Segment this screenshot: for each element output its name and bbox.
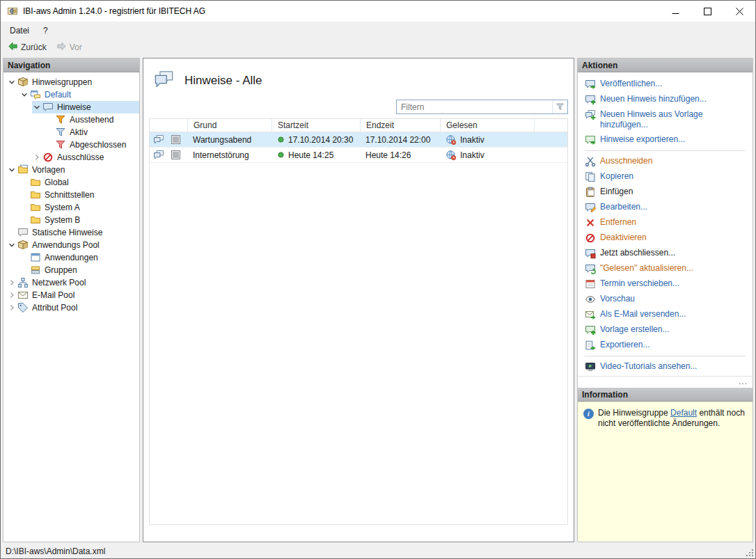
nav-item-ausstehend[interactable]: Ausstehend (45, 113, 139, 126)
status-dot-icon (277, 136, 285, 143)
nav-item-aktiv[interactable]: Aktiv (45, 126, 139, 139)
nav-tree: HinweisgruppenDefaultHinweiseAusstehendA… (3, 72, 139, 542)
right-panel: Aktionen Veröffentlichen...Neuen Hinweis… (577, 58, 753, 542)
hint-item-icon (150, 134, 168, 145)
filter-red-icon (54, 139, 67, 150)
information-header: Information (578, 388, 753, 402)
table-row[interactable]: Wartungsabend17.10.2014 20:3017.10.2014 … (150, 132, 567, 148)
nav-item-label: Netzwerk Pool (29, 278, 88, 288)
nav-item-label: Statische Hinweise (29, 228, 105, 237)
nav-item-label: System B (42, 215, 83, 225)
action-neuen-hinweis-hinzufügen[interactable]: Neuen Hinweis hinzufügen... (585, 92, 748, 107)
chevron-right-icon[interactable] (32, 154, 42, 161)
resize-grip[interactable] (746, 549, 754, 557)
folder-icon (29, 189, 42, 200)
action-als-e-mail-versenden[interactable]: Als E-Mail versenden... (585, 307, 748, 322)
action-termin-verschieben[interactable]: Termin verschieben... (585, 276, 748, 292)
filter-funnel-icon[interactable] (552, 100, 567, 113)
row-checkbox[interactable] (168, 135, 187, 144)
action-entfernen[interactable]: Entfernen (585, 215, 748, 230)
row-checkbox-column-header[interactable] (168, 119, 187, 132)
action-kopieren[interactable]: Kopieren (585, 169, 748, 184)
table-body: Wartungsabend17.10.2014 20:3017.10.2014 … (150, 132, 567, 163)
column-header-startzeit[interactable]: Startzeit (271, 119, 360, 132)
information-box: Die Hinweisgruppe Default enthält noch n… (578, 402, 753, 542)
chevron-down-icon[interactable] (7, 166, 17, 173)
column-header-gelesen[interactable]: Gelesen (440, 119, 534, 132)
add-hint-template-icon (585, 109, 596, 120)
action-veröffentlichen[interactable]: Veröffentlichen... (585, 77, 748, 92)
chevron-right-icon[interactable] (7, 292, 17, 299)
folder-icon (29, 202, 42, 213)
nav-item-global[interactable]: Global (19, 176, 139, 189)
nav-item-anwendungen[interactable]: Anwendungen (19, 251, 139, 264)
action-hinweise-exportieren[interactable]: Hinweise exportieren... (585, 132, 748, 148)
forward-button[interactable]: Vor (52, 40, 86, 54)
nav-item-vorlagen[interactable]: Vorlagen (7, 164, 139, 176)
chevron-right-icon[interactable] (7, 304, 17, 311)
column-header-grund[interactable]: Grund (187, 119, 271, 132)
nav-item-netzwerk-pool[interactable]: Netzwerk Pool (7, 276, 139, 289)
chevron-down-icon[interactable] (7, 79, 17, 86)
preview-icon (585, 294, 596, 305)
nav-item-ausschlüsse[interactable]: Ausschlüsse (32, 151, 139, 164)
nav-item-anwendungs-pool[interactable]: Anwendungs Pool (7, 239, 139, 251)
default-group-link[interactable]: Default (670, 408, 697, 418)
nav-item-label: Schnittstellen (42, 190, 97, 200)
table-row[interactable]: InternetstörungHeute 14:25Heute 14:26Ina… (150, 148, 567, 163)
cell-gelesen: Inaktiv (440, 134, 534, 145)
action-neuen-hinweis-aus-vorlage-hinzufügen[interactable]: Neuen Hinweis aus Vorlage hinzufügen... (585, 107, 748, 132)
filter-input[interactable] (397, 102, 552, 112)
action-ausschneiden[interactable]: Ausschneiden (585, 154, 748, 169)
cell-gelesen: Inaktiv (440, 150, 534, 161)
nav-item-default[interactable]: Default (19, 88, 139, 101)
finish-icon (585, 248, 596, 259)
close-button[interactable] (723, 1, 755, 22)
nav-item-label: Vorlagen (29, 165, 68, 175)
actions-overflow-indicator[interactable]: ... (578, 376, 753, 388)
nav-item-attribut-pool[interactable]: Attribut Pool (7, 301, 139, 314)
nav-item-system-b[interactable]: System B (19, 214, 139, 226)
publish-icon (585, 79, 596, 90)
action-label: Termin verschieben... (600, 278, 679, 289)
nav-item-e-mail-pool[interactable]: E-Mail Pool (7, 289, 139, 301)
nav-item-hinweisgruppen[interactable]: Hinweisgruppen (7, 76, 139, 88)
action-gelesen-aktualisieren[interactable]: "Gelesen" aktualisieren... (585, 261, 748, 276)
action-exportieren[interactable]: Exportieren... (585, 338, 748, 353)
exclude-icon (42, 152, 54, 163)
row-icon-column-header[interactable] (150, 119, 168, 132)
action-deaktivieren[interactable]: Deaktivieren (585, 230, 748, 246)
action-label: Exportieren... (600, 340, 649, 350)
menu-datei[interactable]: Datei (3, 23, 36, 38)
nav-item-statische-hinweise[interactable]: Statische Hinweise (7, 226, 139, 239)
chevron-down-icon[interactable] (7, 242, 17, 249)
nav-item-label: Hinweise (54, 102, 94, 112)
action-vorlage-erstellen[interactable]: Vorlage erstellen... (585, 322, 748, 338)
action-vorschau[interactable]: Vorschau (585, 292, 748, 307)
action-einfügen[interactable]: Einfügen (585, 184, 748, 200)
video-icon (585, 361, 596, 372)
cell-grund: Wartungsabend (187, 135, 271, 145)
nav-item-schnittstellen[interactable]: Schnittstellen (19, 189, 139, 201)
menu-help[interactable]: ? (36, 23, 55, 38)
row-checkbox[interactable] (168, 150, 187, 159)
nav-item-gruppen[interactable]: Gruppen (19, 264, 139, 276)
maximize-button[interactable] (691, 1, 723, 22)
nav-item-system-a[interactable]: System A (19, 201, 139, 214)
chevron-down-icon[interactable] (32, 104, 42, 111)
chevron-right-icon[interactable] (7, 279, 17, 286)
action-bearbeiten[interactable]: Bearbeiten... (585, 200, 748, 215)
minimize-button[interactable] (659, 1, 691, 22)
filter-orange-icon (54, 114, 67, 125)
add-hint-icon (585, 94, 596, 105)
action-jetzt-abschliessen[interactable]: Jetzt abschliessen... (585, 246, 748, 261)
app-icon (7, 6, 18, 17)
back-button[interactable]: Zurück (3, 40, 51, 54)
nav-item-abgeschlossen[interactable]: Abgeschlossen (45, 139, 139, 151)
chevron-down-icon[interactable] (19, 91, 29, 98)
gelesen-status-icon (446, 150, 457, 161)
action-video-tutorials-ansehen[interactable]: Video-Tutorials ansehen... (585, 359, 748, 375)
nav-item-hinweise[interactable]: Hinweise (32, 101, 139, 113)
main-panel: Hinweise - Alle GrundStartzeitEndzeitGel… (143, 58, 574, 542)
column-header-endzeit[interactable]: Endzeit (360, 119, 440, 132)
